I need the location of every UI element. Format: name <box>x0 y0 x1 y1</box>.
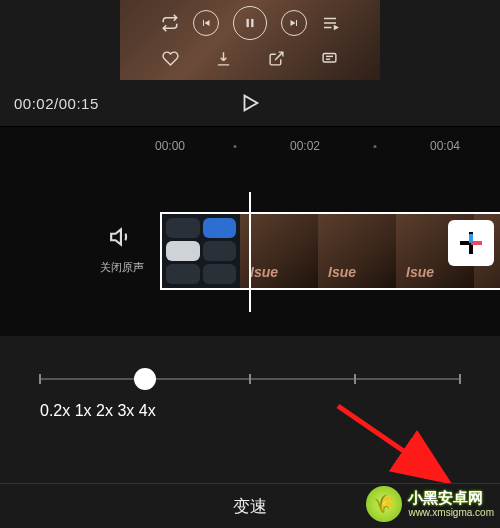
speed-option: 2x <box>96 402 113 419</box>
skip-previous-icon[interactable] <box>193 10 219 36</box>
clip-thumb[interactable] <box>162 214 240 288</box>
ruler-dot <box>374 145 377 148</box>
play-icon[interactable] <box>239 92 261 114</box>
speed-tick <box>459 374 461 384</box>
watermark-title: 小黑安卓网 <box>408 490 494 507</box>
speed-option: 3x <box>117 402 134 419</box>
player-controls-row <box>161 6 339 40</box>
skip-next-icon[interactable] <box>281 10 307 36</box>
speed-slider[interactable] <box>40 364 460 394</box>
watermark-badge-icon: 🌾 <box>366 486 402 522</box>
ruler-mark: 00:04 <box>430 139 460 153</box>
watermark: 🌾 小黑安卓网 www.xmsigma.com <box>366 486 494 522</box>
speed-knob[interactable] <box>134 368 156 390</box>
video-preview <box>0 0 500 80</box>
add-clip-button[interactable] <box>448 220 494 266</box>
timebar: 00:02/00:15 <box>0 80 500 126</box>
mute-original-audio[interactable]: 关闭原声 <box>100 224 144 275</box>
watermark-url: www.xmsigma.com <box>408 507 494 518</box>
svg-rect-0 <box>247 19 249 27</box>
svg-rect-6 <box>323 54 336 63</box>
svg-rect-1 <box>251 19 253 27</box>
speed-option: 4x <box>139 402 156 419</box>
preview-frame <box>120 0 380 80</box>
panel-title: 变速 <box>233 495 267 518</box>
speed-option: 1x <box>75 402 92 419</box>
comment-icon[interactable] <box>321 50 338 67</box>
ruler-mark: 00:02 <box>290 139 320 153</box>
svg-marker-9 <box>245 96 258 111</box>
playlist-icon[interactable] <box>321 14 339 32</box>
total-time: 00:15 <box>59 95 99 112</box>
timeline[interactable]: 关闭原声 Isue Isue Isue <box>0 166 500 336</box>
speed-panel: 0.2x 1x 2x 3x 4x <box>0 336 500 432</box>
playhead[interactable] <box>249 192 251 312</box>
svg-marker-10 <box>111 229 121 244</box>
pause-icon[interactable] <box>233 6 267 40</box>
mute-label: 关闭原声 <box>100 260 144 275</box>
heart-icon[interactable] <box>162 50 179 67</box>
speed-option: 0.2x <box>40 402 70 419</box>
ruler-mark: 00:00 <box>155 139 185 153</box>
open-external-icon[interactable] <box>268 50 285 67</box>
speed-tick <box>354 374 356 384</box>
speed-labels: 0.2x 1x 2x 3x 4x <box>40 402 460 422</box>
loop-icon[interactable] <box>161 14 179 32</box>
time-display: 00:02/00:15 <box>14 95 99 112</box>
svg-marker-5 <box>335 26 338 29</box>
player-actions-row <box>162 50 338 67</box>
download-icon[interactable] <box>215 50 232 67</box>
speed-tick <box>39 374 41 384</box>
speed-tick <box>249 374 251 384</box>
clip-thumb[interactable]: Isue <box>318 214 396 288</box>
volume-icon <box>109 224 135 254</box>
current-time: 00:02 <box>14 95 54 112</box>
clip-thumb[interactable]: Isue <box>240 214 318 288</box>
time-ruler: 00:00 00:02 00:04 <box>0 126 500 166</box>
ruler-dot <box>234 145 237 148</box>
